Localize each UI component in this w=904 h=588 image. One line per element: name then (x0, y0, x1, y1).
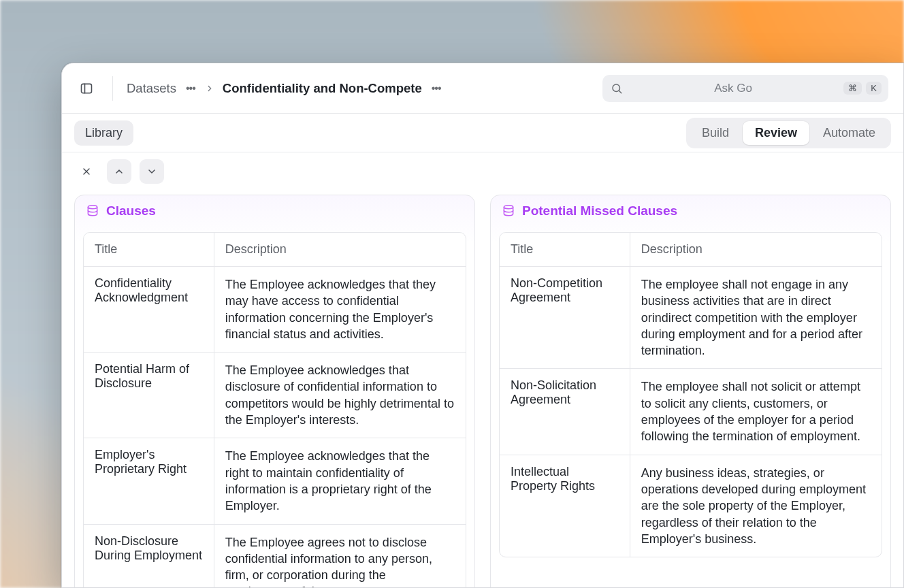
titlebar: Datasets ••• Confidentiality and Non-Com… (62, 63, 903, 114)
row-title: Non-Solicitation Agreement (500, 369, 630, 454)
clauses-col-title: Title (84, 233, 214, 266)
panel-clauses: Clauses Title Description Confidentialit… (74, 195, 475, 588)
row-title: Non-Competition Agreement (500, 267, 630, 368)
search-placeholder: Ask Go (631, 82, 835, 95)
row-description: The Employee agrees not to disclose conf… (214, 525, 466, 588)
breadcrumb-current-menu[interactable]: ••• (430, 83, 442, 94)
row-description: Any business ideas, strategies, or opera… (630, 455, 882, 557)
svg-point-2 (613, 84, 620, 92)
row-title: Employer's Proprietary Right (84, 438, 214, 523)
content-area: Clauses Title Description Confidentialit… (62, 184, 903, 588)
tab-review[interactable]: Review (743, 121, 809, 145)
panel-missed-header: Potential Missed Clauses (491, 195, 890, 225)
clauses-table: Title Description Confidentiality Acknow… (83, 232, 466, 588)
panel-missed-clauses: Potential Missed Clauses Title Descripti… (490, 195, 891, 588)
library-button[interactable]: Library (74, 120, 133, 146)
row-description: The employee shall not solicit or attemp… (630, 369, 882, 454)
table-row[interactable]: Non-Disclosure During EmploymentThe Empl… (84, 524, 466, 588)
missed-tbody: Non-Competition AgreementThe employee sh… (500, 267, 882, 557)
chevron-right-icon (205, 84, 214, 93)
database-icon (86, 204, 99, 218)
svg-point-7 (504, 206, 513, 209)
missed-table: Title Description Non-Competition Agreem… (499, 232, 882, 557)
kbd-k: K (866, 82, 882, 95)
breadcrumb-root[interactable]: Datasets (127, 81, 176, 96)
row-description: The Employee acknowledges that they may … (214, 267, 466, 352)
row-title: Intellectual Property Rights (500, 455, 630, 557)
clauses-col-description: Description (214, 233, 466, 266)
table-row[interactable]: Employer's Proprietary RightThe Employee… (84, 438, 466, 523)
chevron-up-icon (114, 166, 125, 177)
row-description: The Employee acknowledges that disclosur… (214, 353, 466, 438)
row-description: The Employee acknowledges that the right… (214, 438, 466, 523)
breadcrumb-root-menu[interactable]: ••• (184, 83, 197, 94)
sidebar-icon (80, 82, 93, 95)
tab-build[interactable]: Build (690, 121, 741, 145)
panel-clauses-header: Clauses (75, 195, 474, 225)
close-icon (81, 166, 92, 177)
svg-rect-0 (82, 84, 92, 93)
kbd-cmd: ⌘ (843, 82, 862, 95)
chevron-down-icon (146, 166, 157, 177)
missed-col-description: Description (630, 233, 882, 266)
search-input[interactable]: Ask Go ⌘ K (602, 75, 888, 102)
clauses-tbody: Confidentiality AcknowledgmentThe Employ… (84, 267, 466, 588)
close-button[interactable] (74, 159, 99, 184)
titlebar-separator (112, 76, 113, 101)
row-title: Non-Disclosure During Employment (84, 525, 214, 588)
breadcrumb: Datasets ••• Confidentiality and Non-Com… (127, 81, 442, 96)
table-row[interactable]: Intellectual Property RightsAny business… (500, 455, 882, 557)
sidebar-toggle-button[interactable] (74, 76, 99, 101)
panel-toolbar (62, 152, 903, 184)
table-row[interactable]: Non-Solicitation AgreementThe employee s… (500, 368, 882, 454)
tab-automate[interactable]: Automate (811, 121, 888, 145)
prev-button[interactable] (107, 159, 131, 184)
table-row[interactable]: Potential Harm of DisclosureThe Employee… (84, 352, 466, 438)
search-icon (611, 82, 623, 95)
row-description: The employee shall not engage in any bus… (630, 267, 882, 368)
breadcrumb-current[interactable]: Confidentiality and Non-Compete (223, 81, 422, 96)
mode-segmented-control: Build Review Automate (686, 118, 891, 148)
svg-point-6 (88, 206, 97, 209)
database-icon (502, 204, 515, 218)
table-row[interactable]: Confidentiality AcknowledgmentThe Employ… (84, 267, 466, 352)
subheader: Library Build Review Automate (62, 114, 903, 152)
next-button[interactable] (140, 159, 164, 184)
row-title: Confidentiality Acknowledgment (84, 267, 214, 352)
app-window: Datasets ••• Confidentiality and Non-Com… (61, 63, 904, 588)
panel-clauses-title: Clauses (106, 203, 156, 218)
search-shortcut: ⌘ K (843, 82, 882, 95)
missed-col-title: Title (500, 233, 630, 266)
svg-line-3 (619, 91, 621, 93)
panel-missed-title: Potential Missed Clauses (522, 203, 677, 218)
table-row[interactable]: Non-Competition AgreementThe employee sh… (500, 267, 882, 368)
row-title: Potential Harm of Disclosure (84, 353, 214, 438)
